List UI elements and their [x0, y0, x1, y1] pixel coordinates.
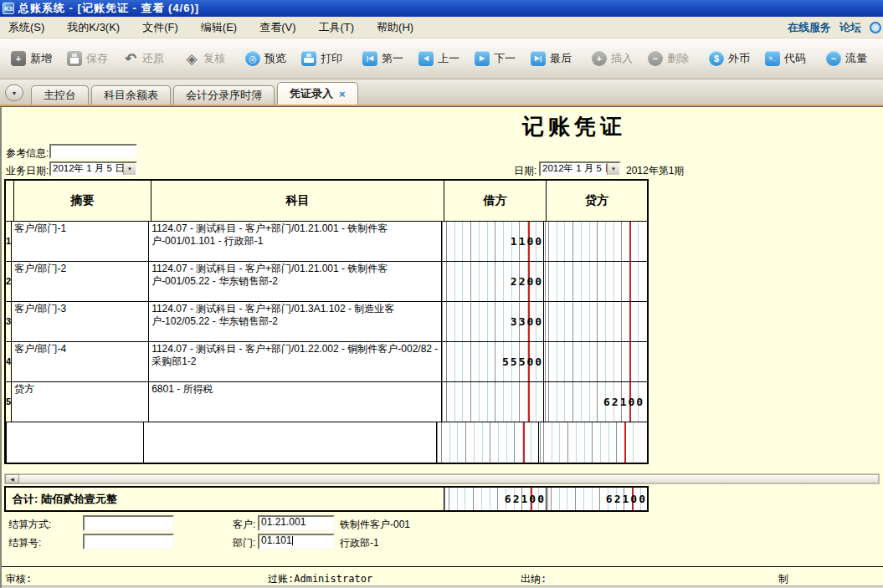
totals-credit: 62100: [547, 488, 647, 510]
cash-flow-button[interactable]: ~ 流量: [819, 43, 875, 74]
menu-tools[interactable]: 工具(T): [318, 20, 354, 35]
print-button[interactable]: 打印: [294, 43, 350, 74]
forum-link[interactable]: 论坛: [839, 20, 861, 35]
customer-name: 铁制件客户-001: [340, 518, 410, 532]
account-cell[interactable]: [144, 422, 437, 463]
online-service-link[interactable]: 在线服务: [788, 20, 831, 35]
title-bar: K3 总账系统 - [记账凭证 - 查看 (4/6)]: [0, 0, 883, 17]
row-number-header: [6, 181, 14, 221]
menu-my-k3[interactable]: 我的K/3(K): [67, 20, 120, 35]
table-row: [6, 422, 647, 463]
settlement-method-input[interactable]: [83, 515, 174, 531]
tab-journal-ledger[interactable]: 会计分录序时簿: [173, 85, 275, 105]
reference-input[interactable]: [49, 144, 137, 159]
debit-cell[interactable]: 2200: [442, 262, 544, 301]
tab-account-balance[interactable]: 科目余额表: [91, 85, 171, 105]
account-cell[interactable]: 1124.07 - 测试科目 - 客户+部门/01.21.001 - 铁制件客户…: [149, 222, 442, 261]
tab-close-icon[interactable]: ×: [339, 88, 346, 100]
toolbar: + 新增 保存 ↶ 还原 ◈ 复核 ◎ 预览 打印 |◀ 第一: [0, 38, 883, 79]
code-button[interactable]: >_ 代码: [757, 43, 814, 74]
foreign-currency-button[interactable]: $ 外币: [701, 43, 757, 74]
menu-view[interactable]: 查看(V): [259, 20, 295, 35]
restore-button[interactable]: ↶ 还原: [116, 43, 172, 74]
credit-cell[interactable]: [544, 302, 644, 341]
last-button[interactable]: ▶| 最后: [523, 43, 579, 74]
summary-cell[interactable]: 贷方: [12, 382, 149, 422]
save-button[interactable]: 保存: [59, 43, 116, 74]
summary-cell[interactable]: 客户/部门-1: [12, 222, 149, 261]
currency-dollar-icon: $: [709, 51, 724, 66]
account-header: 科目: [151, 181, 444, 221]
credit-header: 贷方: [547, 181, 647, 221]
customer-input[interactable]: 01.21.001: [258, 515, 335, 531]
debit-header: 借方: [444, 181, 547, 221]
page-button[interactable]: ≡ 页面: [880, 43, 883, 74]
table-row: 3 客户/部门-3 1124.07 - 测试科目 - 客户+部门/01.3A1.…: [6, 302, 647, 342]
credit-cell[interactable]: [544, 262, 644, 301]
account-cell[interactable]: 6801 - 所得税: [149, 382, 442, 422]
menu-file[interactable]: 文件(F): [142, 20, 178, 35]
menu-bar: 系统(S) 我的K/3(K) 文件(F) 编辑(E) 查看(V) 工具(T) 帮…: [0, 17, 883, 38]
preview-button[interactable]: ◎ 预览: [238, 43, 294, 74]
summary-cell[interactable]: [7, 422, 144, 463]
nav-first-icon: |◀: [362, 51, 377, 66]
debit-cell[interactable]: 3300: [442, 302, 544, 341]
account-cell[interactable]: 1124.07 - 测试科目 - 客户+部门/01.22.002 - 铜制件客户…: [149, 342, 442, 381]
account-cell[interactable]: 1124.07 - 测试科目 - 客户+部门/01.21.001 - 铁制件客户…: [149, 262, 442, 301]
voucher-table: 摘要 科目 借方 贷方 1 客户/部门-1 1124.07 - 测试科目 - 客…: [4, 179, 649, 464]
previous-button[interactable]: ◀ 上一: [411, 43, 467, 74]
review-button[interactable]: ◈ 复核: [177, 43, 233, 74]
audit-label: 审核:: [6, 572, 32, 586]
nav-last-icon: ▶|: [531, 51, 546, 66]
summary-cell[interactable]: 客户/部门-4: [12, 342, 149, 381]
row-number: 4: [6, 342, 12, 381]
text-cursor: [292, 536, 293, 545]
debit-cell[interactable]: 55500: [442, 342, 544, 381]
business-date-select[interactable]: 2012年 1 月 5 日 ▼: [49, 161, 137, 176]
credit-cell[interactable]: [544, 342, 644, 381]
window-title: 总账系统 - [记账凭证 - 查看 (4/6)]: [18, 1, 199, 16]
app-logo-icon: K3: [3, 3, 14, 14]
period-text: 2012年第1期: [626, 164, 684, 178]
department-input[interactable]: 01.101: [258, 534, 335, 550]
tab-list-dropdown-button[interactable]: ▼: [5, 84, 23, 101]
scroll-left-arrow-icon[interactable]: ◀: [5, 474, 19, 483]
menu-edit[interactable]: 编辑(E): [201, 20, 237, 35]
settlement-number-input[interactable]: [83, 534, 174, 550]
summary-cell[interactable]: 客户/部门-2: [12, 262, 149, 301]
credit-cell[interactable]: [539, 422, 639, 463]
tab-main-console[interactable]: 主控台: [31, 85, 89, 105]
date-select[interactable]: 2012年 1 月 5 日 ▼: [539, 161, 621, 176]
chevron-down-icon[interactable]: ▼: [607, 163, 619, 175]
debit-cell[interactable]: [442, 382, 544, 422]
new-button[interactable]: + 新增: [3, 43, 59, 74]
debit-cell[interactable]: [437, 422, 539, 463]
tab-voucher-entry[interactable]: 凭证录入 ×: [277, 82, 358, 105]
table-row: 1 客户/部门-1 1124.07 - 测试科目 - 客户+部门/01.21.0…: [6, 222, 647, 262]
table-row: 2 客户/部门-2 1124.07 - 测试科目 - 客户+部门/01.21.0…: [6, 262, 647, 302]
delete-button[interactable]: − 删除: [640, 43, 696, 74]
date-label: 日期:: [514, 164, 536, 178]
credit-cell[interactable]: [544, 222, 644, 261]
business-date-label: 业务日期:: [6, 164, 49, 178]
service-globe-icon[interactable]: [870, 22, 881, 33]
totals-label: 合计: 陆佰贰拾壹元整: [6, 488, 444, 510]
undo-arrow-icon: ↶: [123, 51, 138, 66]
credit-cell[interactable]: 62100: [544, 382, 644, 422]
department-label: 部门:: [233, 536, 255, 550]
table-row: 5 贷方 6801 - 所得税 62100: [6, 382, 647, 422]
summary-cell[interactable]: 客户/部门-3: [12, 302, 149, 341]
scrollbar-thumb[interactable]: [19, 474, 879, 483]
chevron-down-icon[interactable]: ▼: [123, 163, 136, 175]
voucher-view: 记账凭证 参考信息: 业务日期: 2012年 1 月 5 日 ▼ 日期: 201…: [0, 106, 883, 588]
menu-system[interactable]: 系统(S): [8, 20, 44, 35]
settlement-number-label: 结算号:: [8, 536, 41, 550]
debit-cell[interactable]: 1100: [442, 222, 544, 261]
floppy-save-icon: [67, 51, 82, 66]
first-button[interactable]: |◀ 第一: [355, 43, 411, 74]
horizontal-scrollbar[interactable]: ◀: [4, 473, 880, 484]
account-cell[interactable]: 1124.07 - 测试科目 - 客户+部门/01.3A1.102 - 制造业客…: [149, 302, 442, 341]
next-button[interactable]: ▶ 下一: [467, 43, 523, 74]
menu-help[interactable]: 帮助(H): [377, 20, 413, 35]
insert-button[interactable]: + 插入: [584, 43, 640, 74]
